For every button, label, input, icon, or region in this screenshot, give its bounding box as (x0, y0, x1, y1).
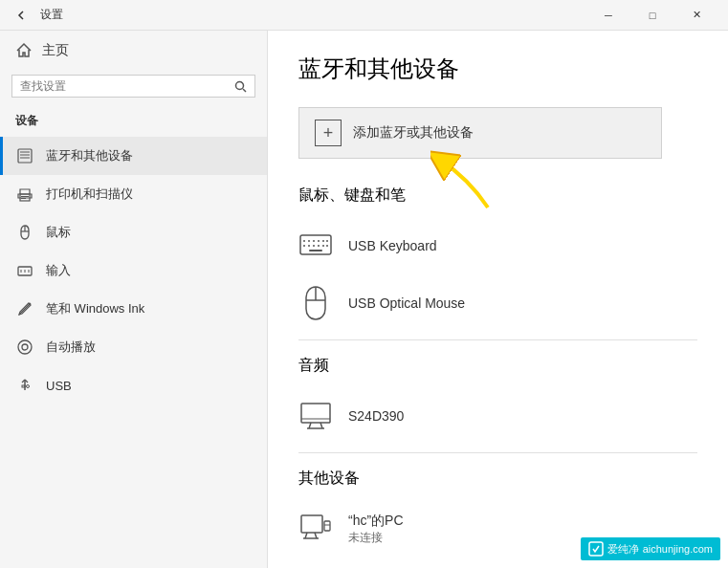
input-icon (15, 261, 34, 280)
printer-icon (15, 185, 34, 204)
monitor-device-info: S24D390 (348, 408, 697, 424)
usb-icon (15, 376, 34, 395)
keyboard-device-info: USB Keyboard (348, 238, 697, 253)
watermark-text: 爱纯净 (607, 542, 639, 557)
svg-line-47 (315, 533, 317, 538)
svg-rect-37 (309, 250, 322, 251)
svg-line-42 (320, 423, 322, 428)
search-input[interactable] (20, 79, 229, 93)
svg-rect-2 (18, 149, 32, 163)
sidebar-item-input-label: 输入 (46, 262, 71, 279)
add-device-button[interactable]: + 添加蓝牙或其他设备 (298, 107, 662, 159)
add-device-label: 添加蓝牙或其他设备 (353, 124, 474, 142)
watermark: 爱纯净 aichunjing.com (581, 537, 720, 560)
sidebar-item-usb-label: USB (46, 379, 72, 393)
minimize-button[interactable]: ─ (586, 0, 630, 31)
page-title: 蓝牙和其他设备 (298, 54, 697, 84)
monitor-device-name: S24D390 (348, 408, 697, 424)
sidebar-item-autoplay[interactable]: 自动播放 (0, 328, 267, 366)
svg-rect-7 (21, 196, 29, 197)
svg-line-41 (309, 423, 311, 428)
maximize-button[interactable]: □ (630, 0, 674, 31)
sidebar-item-mouse[interactable]: 鼠标 (0, 213, 267, 251)
optical-mouse-device-name: USB Optical Mouse (348, 295, 697, 311)
autoplay-icon (15, 338, 34, 357)
search-icon (234, 80, 247, 93)
keyboard-device-name: USB Keyboard (348, 238, 697, 253)
sidebar-item-printer[interactable]: 打印机和扫描仪 (0, 175, 267, 213)
svg-line-15 (19, 303, 31, 315)
titlebar: 设置 ─ □ ✕ (0, 0, 728, 31)
svg-rect-51 (589, 542, 603, 556)
sidebar-home[interactable]: 主页 (0, 31, 267, 71)
svg-line-46 (305, 533, 307, 538)
sidebar-search-box[interactable] (11, 75, 255, 98)
device-optical-mouse: USB Optical Mouse (298, 278, 697, 328)
watermark-icon (588, 541, 604, 557)
svg-rect-40 (301, 404, 330, 423)
section-title-other: 其他设备 (298, 469, 697, 489)
main-content: 主页 设备 蓝牙和其他设备 打印机和扫描仪 (0, 31, 728, 568)
pc-device-name: “hc”的PC (348, 513, 697, 530)
sidebar-item-bluetooth[interactable]: 蓝牙和其他设备 (0, 137, 267, 175)
sidebar-item-pen[interactable]: 笔和 Windows Ink (0, 290, 267, 328)
bluetooth-icon (15, 146, 34, 165)
svg-rect-45 (301, 515, 322, 533)
optical-mouse-device-info: USB Optical Mouse (348, 295, 697, 311)
window-controls: ─ □ ✕ (586, 0, 718, 31)
svg-rect-21 (22, 385, 25, 387)
svg-rect-49 (324, 521, 330, 531)
sidebar-item-pen-label: 笔和 Windows Ink (46, 300, 144, 317)
watermark-url: aichunjing.com (643, 543, 713, 555)
pc-device-icon (298, 512, 333, 546)
back-button[interactable] (10, 4, 33, 27)
keyboard-device-icon (298, 229, 333, 263)
sidebar-item-bluetooth-label: 蓝牙和其他设备 (46, 147, 133, 164)
sidebar-home-label: 主页 (42, 42, 69, 59)
divider-other (298, 452, 697, 453)
mouse-icon (15, 223, 34, 242)
home-icon (15, 42, 33, 59)
svg-point-22 (27, 385, 30, 388)
divider-audio (298, 339, 697, 340)
sidebar-item-autoplay-label: 自动播放 (46, 339, 96, 356)
settings-window: 设置 ─ □ ✕ 主页 设备 (0, 0, 728, 568)
titlebar-title: 设置 (40, 7, 63, 23)
svg-point-0 (236, 81, 244, 89)
device-keyboard: USB Keyboard (298, 221, 697, 271)
optical-mouse-device-icon (298, 286, 333, 320)
section-title-audio: 音频 (298, 356, 697, 376)
section-title-mouse-keyboard: 鼠标、键盘和笔 (298, 186, 697, 206)
svg-point-16 (18, 340, 32, 354)
sidebar-section-label: 设备 (0, 109, 267, 137)
device-monitor: S24D390 (298, 391, 697, 441)
sidebar-item-mouse-label: 鼠标 (46, 224, 71, 241)
svg-line-1 (243, 89, 246, 92)
svg-point-17 (22, 344, 28, 350)
sidebar-item-usb[interactable]: USB (0, 366, 267, 404)
close-button[interactable]: ✕ (674, 0, 718, 31)
sidebar: 主页 设备 蓝牙和其他设备 打印机和扫描仪 (0, 31, 268, 568)
sidebar-item-input[interactable]: 输入 (0, 251, 267, 290)
plus-icon: + (315, 120, 342, 146)
sidebar-item-printer-label: 打印机和扫描仪 (46, 186, 133, 203)
monitor-device-icon (298, 399, 333, 433)
main-panel: 蓝牙和其他设备 + 添加蓝牙或其他设备 (268, 31, 728, 568)
pen-icon (15, 299, 34, 318)
